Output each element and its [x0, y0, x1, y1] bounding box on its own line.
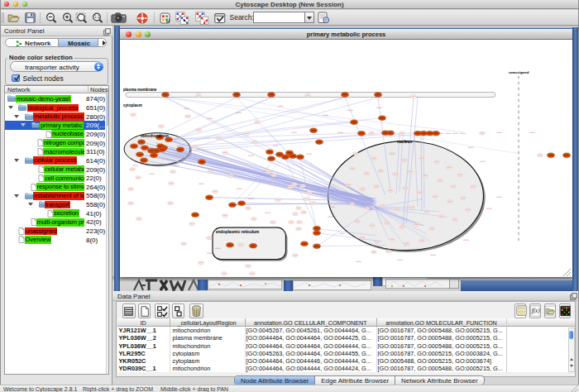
svg-text:mitochondrion: mitochondrion — [141, 133, 169, 137]
svg-text:f(x): f(x) — [531, 307, 540, 314]
svg-text:unassigned: unassigned — [509, 70, 529, 74]
svg-text:plasma membrane: plasma membrane — [123, 87, 157, 91]
svg-text:1:1: 1:1 — [94, 15, 100, 19]
svg-text:nucleus: nucleus — [397, 140, 412, 144]
svg-text:endoplasmic reticulum: endoplasmic reticulum — [216, 229, 259, 233]
svg-text:cytoplasm: cytoplasm — [123, 103, 142, 108]
